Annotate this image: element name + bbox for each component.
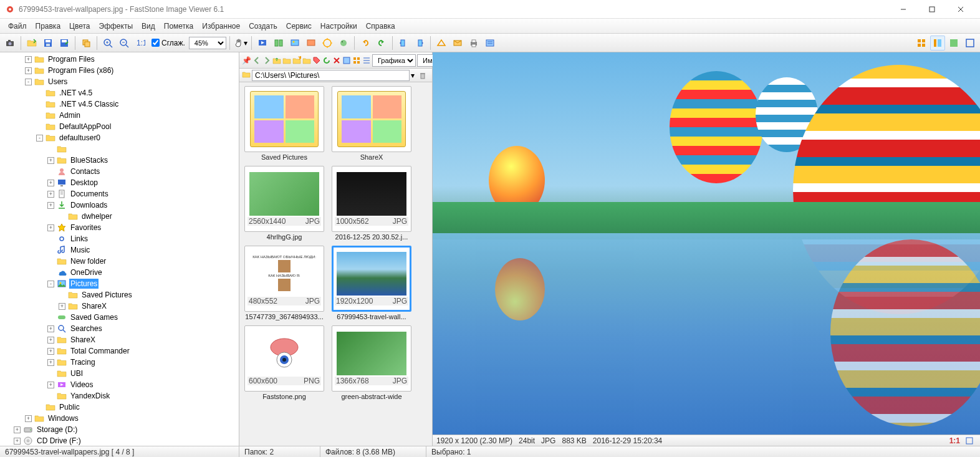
tree-node[interactable]: -defaultuser0 [2,132,239,143]
expand-icon[interactable]: + [14,438,21,445]
tree-node[interactable]: +Program Files (x86) [2,65,239,76]
tree-node[interactable]: +BlueStacks [2,155,239,166]
view-list-icon[interactable] [362,54,371,67]
tree-node[interactable]: UBI [2,368,239,379]
scan-icon[interactable] [434,36,449,51]
zoom-select[interactable]: 45% [189,37,226,49]
thumbnail[interactable]: КАК НАЗЫВАЮТ ОБЫЧНЫЕ ЛЮДИ:КАК НАЗЫВАЮ Я:… [243,246,325,320]
tree-node[interactable]: OneDrive [2,267,239,278]
tree-node[interactable]: +CD Drive (F:) [2,435,239,446]
expand-icon[interactable]: + [47,348,54,355]
menu-настройки[interactable]: Настройки [316,20,362,32]
expand-icon[interactable]: + [47,202,54,209]
expand-icon[interactable]: + [25,415,32,422]
smooth-checkbox[interactable]: Сглаж. [149,39,188,47]
refresh-icon[interactable] [322,54,331,67]
minimize-button[interactable] [889,0,918,19]
redo-icon[interactable] [374,36,389,51]
thumbnail[interactable]: 1000x562JPG2016-12-25 20.30.52.j... [330,166,413,241]
tree-node[interactable]: dwhelper [2,211,239,222]
maximize-button[interactable] [918,0,946,19]
dropdown-icon[interactable]: ▾ [411,71,415,80]
rotate-left-icon[interactable] [396,36,411,51]
rotate-right-icon[interactable] [412,36,427,51]
expand-icon[interactable]: + [47,224,54,231]
copy-icon[interactable] [79,36,94,51]
tree-node[interactable]: +Downloads [2,200,239,211]
zoom11-icon[interactable]: 1:1 [133,36,148,51]
fullscreen-icon[interactable] [963,36,978,51]
compare-icon[interactable] [271,36,286,51]
collapse-icon[interactable]: - [25,79,32,85]
print-icon[interactable] [466,36,481,51]
tree-node[interactable]: +ShareX [2,334,239,345]
wallpaper-icon[interactable] [287,36,302,51]
menu-эффекты[interactable]: Эффекты [95,20,138,32]
view-thumbs-icon[interactable] [914,36,929,51]
thumbnail[interactable]: 1366x768JPGgreen-abstract-wide [330,325,413,400]
folder-home-icon[interactable] [282,54,291,67]
menu-цвета[interactable]: Цвета [65,20,94,32]
tree-node[interactable]: +Documents [2,188,239,200]
colors-icon[interactable] [320,36,335,51]
tree-node[interactable]: .NET v4.5 [2,87,239,99]
forward-icon[interactable] [262,54,271,67]
tree-node[interactable]: +Desktop [2,177,239,188]
tree-node[interactable]: +Searches [2,323,239,334]
delete-icon[interactable] [332,54,341,67]
screenshot-icon[interactable] [304,36,319,51]
menu-сервис[interactable]: Сервис [282,20,316,32]
tree-node[interactable]: New folder [2,256,239,267]
thumbnail[interactable]: 1920x1200JPG67999453-travel-wall... [330,246,413,320]
tree-node[interactable]: YandexDisk [2,390,239,402]
tree-node[interactable]: +Total Commander [2,345,239,357]
menu-создать[interactable]: Создать [244,20,282,32]
expand-icon[interactable]: + [47,157,54,164]
tree-node[interactable]: DefaultAppPool [2,121,239,132]
tree-node[interactable]: -Users [2,76,239,87]
thumbnail[interactable]: ShareX [330,86,413,161]
folder-up-icon[interactable] [272,54,281,67]
view-preview-icon[interactable] [946,36,961,51]
view-browser-icon[interactable] [930,36,945,51]
view-large-icon[interactable] [352,54,361,67]
menu-правка[interactable]: Правка [31,20,65,32]
effects-icon[interactable] [336,36,351,51]
tree-node[interactable]: Saved Pictures [2,289,239,301]
tree-node[interactable]: +Program Files [2,54,239,65]
tree-node[interactable]: +Storage (D:) [2,424,239,435]
tag-icon[interactable] [312,54,321,67]
menu-файл[interactable]: Файл [4,20,31,32]
expand-icon[interactable]: + [25,56,32,63]
thumbnail-grid[interactable]: Saved PicturesShareX2560x1440JPG4hrlhgG.… [239,82,432,446]
thumbnail[interactable]: 2560x1440JPG4hrlhgG.jpg [243,166,325,241]
folder-new-icon[interactable]: ★ [292,54,301,67]
email-icon[interactable] [450,36,465,51]
pin-icon[interactable]: 📌 [242,54,251,67]
tree-node[interactable] [2,143,239,155]
tree-node[interactable]: Saved Games [2,312,239,323]
expand-icon[interactable]: + [59,303,65,310]
tree-node[interactable]: -Pictures [2,278,239,289]
saveas-icon[interactable] [57,36,72,51]
tree-node[interactable]: +Windows [2,413,239,424]
menu-вид[interactable]: Вид [137,20,160,32]
collapse-icon[interactable]: - [36,135,43,142]
tree-node[interactable]: Contacts [2,166,239,177]
collapse-icon[interactable]: - [47,281,54,287]
expand-icon[interactable]: + [47,337,54,344]
expand-icon[interactable]: + [47,359,54,366]
tree-node[interactable]: Admin [2,110,239,121]
back-icon[interactable] [252,54,261,67]
acquire-icon[interactable] [2,36,17,51]
group-select[interactable]: Графика [372,54,416,67]
settings-icon[interactable] [483,36,497,51]
tree-node[interactable]: .NET v4.5 Classic [2,99,239,110]
hand-icon[interactable]: ▾ [233,36,248,51]
tree-node[interactable]: +Videos [2,379,239,390]
undo-icon[interactable] [358,36,373,51]
open-icon[interactable] [24,36,39,51]
expand-icon[interactable]: + [47,191,54,198]
trash-icon[interactable] [416,69,430,82]
expand-icon[interactable]: + [47,325,54,332]
